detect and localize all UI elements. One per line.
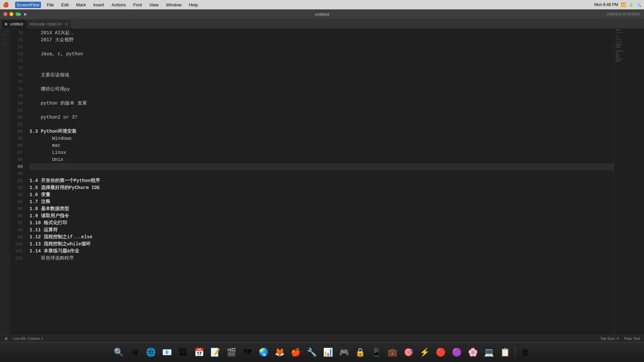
dock-app3[interactable]: 🍎 <box>288 345 303 360</box>
code-line-101[interactable]: 1.14 本章练习题&作业 <box>30 248 614 255</box>
minimap[interactable] <box>614 29 644 335</box>
code-line-87[interactable]: Linux <box>30 149 614 156</box>
code-line-72[interactable] <box>30 44 614 51</box>
close-button[interactable] <box>3 12 7 16</box>
tab-untitled[interactable]: untitled <box>1 20 26 28</box>
dock-app15[interactable]: 💻 <box>482 345 496 360</box>
code-line-90[interactable] <box>30 170 614 177</box>
dock-app2[interactable]: 🦊 <box>272 345 287 360</box>
menu-mark[interactable]: Mark <box>75 2 87 8</box>
minimap-line-86 <box>615 45 620 46</box>
menu-help[interactable]: Help <box>187 2 199 8</box>
dock-app6[interactable]: 🎮 <box>337 345 352 360</box>
menu-font[interactable]: Font <box>132 2 143 8</box>
line-number-82: 82 <box>10 114 23 121</box>
dock-app16[interactable]: 📋 <box>498 345 513 360</box>
code-line-71[interactable]: 2017 大众视野 <box>30 37 614 44</box>
dock-app8[interactable]: 📱 <box>369 345 384 360</box>
dock-app9[interactable]: 💼 <box>385 345 400 360</box>
code-content[interactable]: 2014 AI兴起， 2017 大众视野 Java, c, python 主要应… <box>27 29 614 335</box>
dock-notes[interactable]: 📝 <box>208 345 223 360</box>
dock-app5[interactable]: 📊 <box>321 345 335 360</box>
code-line-79[interactable] <box>30 93 614 100</box>
code-line-83[interactable] <box>30 121 614 128</box>
unregistered-label: UNREGISTERED <box>607 12 640 16</box>
code-line-99[interactable]: 1.12 流程控制之if...else <box>30 234 614 241</box>
minimap-line-94 <box>615 53 618 54</box>
menu-window[interactable]: Window <box>165 2 183 8</box>
statusbar-left: 🖥 Line 89, Column 1 <box>4 337 43 341</box>
code-line-93[interactable]: 1.6 变量 <box>30 191 614 198</box>
dock-app11[interactable]: ⚡ <box>417 345 432 360</box>
menu-actions[interactable]: Actions <box>110 2 127 8</box>
code-line-98[interactable]: 1.11 运算符 <box>30 227 614 234</box>
dock-screenflow[interactable]: 🎬 <box>224 345 239 360</box>
dock-app14[interactable]: 🌸 <box>466 345 480 360</box>
nav-back-arrow[interactable]: ◀ <box>16 11 21 17</box>
code-line-102[interactable]: 双色球选购程序 <box>30 255 614 262</box>
dock-finder[interactable]: 🔍 <box>111 345 126 360</box>
code-line-82[interactable]: python2 or 3? <box>30 114 614 121</box>
menu-edit[interactable]: Edit <box>60 2 70 8</box>
line-number-81: 81 <box>10 107 23 114</box>
minimap-line-101 <box>615 60 621 61</box>
code-line-94[interactable]: 1.7 注释 <box>30 198 614 205</box>
minimize-button[interactable] <box>9 12 13 16</box>
dock-photos[interactable]: 🖼 <box>176 345 191 360</box>
menu-insert[interactable]: Insert <box>92 2 106 8</box>
code-line-85[interactable]: Windows <box>30 135 614 142</box>
dock-app1[interactable]: 🌏 <box>256 345 271 360</box>
dock-safari[interactable]: 🌐 <box>144 345 158 360</box>
line-number-94: 94 <box>10 198 23 205</box>
menu-screenflow[interactable]: ScreenFlow <box>15 2 41 8</box>
tab-stdio-label: #include <stdio.h> <box>30 22 62 26</box>
code-line-92[interactable]: 1.5 选择最好用的PyCharm IDE <box>30 184 614 191</box>
code-line-78[interactable]: 哪些公司用py <box>30 86 614 93</box>
dock-app12[interactable]: 🔴 <box>433 345 448 360</box>
menu-view[interactable]: View <box>148 2 160 8</box>
code-line-81[interactable] <box>30 107 614 114</box>
nav-forward-arrow[interactable]: ▶ <box>23 11 28 17</box>
menubar-search[interactable]: 🔍 <box>636 2 641 7</box>
code-line-96[interactable]: 1.9 读取用户指令 <box>30 213 614 220</box>
code-line-95[interactable]: 1.8 基本数据类型 <box>30 205 614 213</box>
line-number-75: 75 <box>10 65 23 72</box>
minimap-content <box>614 29 644 335</box>
dock-calendar[interactable]: 📅 <box>192 345 207 360</box>
code-line-74[interactable] <box>30 58 614 65</box>
statusbar-finder-icon: 🖥 <box>4 337 8 341</box>
line-number-86: 86 <box>10 142 23 149</box>
code-line-91[interactable]: 1.4 开发你的第一个Python程序 <box>30 177 614 184</box>
code-line-84[interactable]: 1.3 Python环境安装 <box>30 128 614 135</box>
code-line-88[interactable]: Unix <box>30 156 614 163</box>
dock-maps[interactable]: 🗺 <box>240 345 255 360</box>
dock-app7[interactable]: 🔒 <box>353 345 368 360</box>
code-line-86[interactable]: mac <box>30 142 614 149</box>
dock-terminal[interactable]: 🖥 <box>127 345 142 360</box>
code-line-80[interactable]: python 的版本 发展 <box>30 100 614 107</box>
tab-close-icon[interactable]: × <box>65 22 68 26</box>
code-line-73[interactable]: Java, c, python <box>30 51 614 58</box>
line-number-76: 76 <box>10 72 23 79</box>
sidebar-icon-1: ▪ <box>1 30 9 38</box>
apple-menu[interactable]: 🍎 <box>3 2 9 8</box>
dock-app4[interactable]: 🔧 <box>305 345 319 360</box>
dock-app13[interactable]: 🟣 <box>449 345 464 360</box>
code-line-76[interactable]: 主要应该领域 <box>30 72 614 79</box>
minimap-line-84 <box>615 43 621 44</box>
code-line-75[interactable] <box>30 65 614 72</box>
syntax-label: Plain Text <box>624 337 640 341</box>
dock-mail[interactable]: 📧 <box>160 345 174 360</box>
dock-app10[interactable]: 🎯 <box>401 345 416 360</box>
tab-stdio[interactable]: #include <stdio.h> × <box>26 20 71 28</box>
code-line-77[interactable] <box>30 79 614 86</box>
minimap-line-70 <box>615 29 621 30</box>
dock-trash[interactable]: 🗑 <box>518 345 533 360</box>
code-line-97[interactable]: 1.10 格式化打印 <box>30 220 614 227</box>
code-line-100[interactable]: 1.13 流程控制之while循环 <box>30 241 614 248</box>
line-number-90: 90 <box>10 170 23 177</box>
code-line-70[interactable]: 2014 AI兴起， <box>30 29 614 37</box>
menu-file[interactable]: File <box>46 2 55 8</box>
code-line-89[interactable] <box>30 163 614 170</box>
code-editor[interactable]: 7071727374757677787980818283848586878889… <box>10 29 614 335</box>
